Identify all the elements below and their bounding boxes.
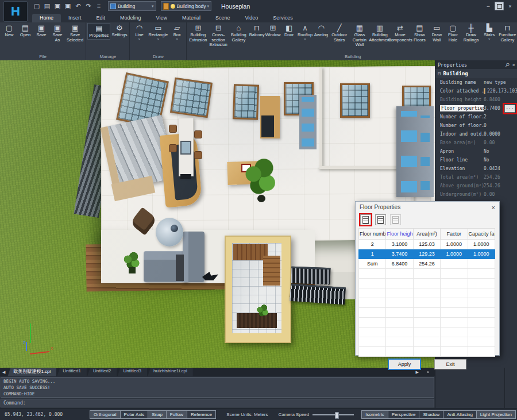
ribbon-item-rectangle[interactable]: ▭Rectangle∨ [147,23,169,41]
minimize-button[interactable]: – [484,2,492,10]
toggle-light-projection[interactable]: Light Projection [476,410,516,419]
table-row[interactable] [359,279,495,288]
slider-thumb[interactable] [335,412,339,419]
tab-view[interactable]: View [149,14,175,22]
property-row[interactable]: Indoor and outd...0.0000 [435,130,517,138]
tab-scroll-left-icon[interactable]: ◀ [0,370,7,375]
ribbon-item-balcony[interactable]: ⊓Balcony [249,23,265,38]
property-row[interactable]: Above ground(m²)254.26 [435,182,517,190]
ribbon-item-cross-section-extrusion[interactable]: ⊟Cross-section Extrusion [209,23,229,48]
command-console[interactable]: BEGIN AUTO SAVING...AUTO SAVE SUCCESS!CO… [1,377,434,398]
close-button[interactable]: × [506,2,514,10]
tab-edit[interactable]: Edit [89,14,113,22]
camera-speed-slider[interactable] [312,414,354,415]
table-row[interactable] [359,318,495,327]
ribbon-item-properties[interactable]: ▤Properties [87,23,110,40]
file-tab[interactable]: Untitled3 [117,368,147,376]
property-row[interactable]: Total area(m²)254.26 [435,173,517,182]
table-row[interactable] [359,347,495,357]
file-tab[interactable]: huizhishine1i.cpi [148,368,193,376]
floor-properties-expand-button[interactable]: ... [504,105,515,113]
toggle-reference[interactable]: Reference [187,410,216,419]
save-button[interactable]: ▣ [53,2,62,10]
property-row[interactable]: Underground(m²)0.00 [435,190,517,199]
building-body-dropdown[interactable]: Building body ▾ [161,1,212,11]
add-floor-button[interactable] [375,214,386,225]
file-tab[interactable]: Untitled1 [57,368,87,376]
exit-button[interactable]: Exit [434,359,466,369]
ribbon-item-draw-railings[interactable]: ╫Draw Railings [461,23,481,43]
ribbon-item-building-attachment[interactable]: ▥Building Attachment [370,23,390,43]
ribbon-item-floor-hole[interactable]: ▢Floor Hole [445,23,461,43]
command-input[interactable]: Command: [1,399,434,407]
toggle-polar-axis[interactable]: Polar Axis [120,410,149,419]
layers-button[interactable]: ≡ [94,2,103,10]
table-row[interactable]: Sum6.8400254.26 [359,259,495,269]
undo-button[interactable]: ↶ [74,2,83,10]
close-icon[interactable]: × [512,62,515,68]
table-row[interactable] [359,288,495,298]
ribbon-item-building-gallery[interactable]: ⌂Building Gallery [229,23,249,43]
toggle-snap[interactable]: Snap [148,410,167,419]
ribbon-item-line[interactable]: ◠Line∨ [131,23,147,41]
tab-services[interactable]: Services [265,14,300,22]
property-row[interactable]: Floor properties3.7400... [435,104,517,113]
property-row[interactable]: Number of floor...2 [435,113,517,121]
toggle-shadow[interactable]: Shadow [419,410,443,419]
table-row[interactable] [359,337,495,347]
layer-dropdown[interactable]: Building ▾ [108,1,156,11]
property-row[interactable]: Elevation0.0424 [435,164,517,173]
ribbon-item-door[interactable]: ◧Door [281,23,297,38]
table-row[interactable]: 13.7400129.231.00001.0000 [359,249,495,259]
toggle-isometric[interactable]: Isometric [361,410,388,419]
tab-video[interactable]: Video [237,14,265,22]
property-row[interactable]: Floor lineNo [435,156,517,164]
ribbon-item-save-as[interactable]: ▣Save As [49,23,65,43]
save-all-button[interactable]: ▣ [63,2,72,10]
tab-material[interactable]: Material [175,14,208,22]
ribbon-item-furniture-gallery[interactable]: ⊓Furniture Gallery [497,23,517,43]
dialog-title-bar[interactable]: Floor Properties × [356,202,499,213]
property-row[interactable]: Building height6.8400 [435,95,517,104]
table-row[interactable] [359,298,495,308]
ribbon-item-box[interactable]: ▱Box∨ [169,23,185,41]
ribbon-item-glass-curtain-wall[interactable]: ▦Glass Curtain Wall [349,23,369,48]
table-row[interactable] [359,269,495,279]
toggle-perspective[interactable]: Perspective [388,410,420,419]
ribbon-item-save-selected[interactable]: ▣Save Selected [65,23,84,43]
tab-scene[interactable]: Scene [208,14,238,22]
file-tab[interactable]: 欧美别墅建模1.cpi [7,368,56,376]
property-row[interactable]: ApronNo [435,147,517,156]
ribbon-item-window[interactable]: ⊞Window [265,23,281,38]
redo-button[interactable]: ↷ [84,2,93,10]
ribbon-item-new[interactable]: ▢New [1,23,17,38]
building-section-header[interactable]: ⊟ Building [435,69,517,78]
file-tab[interactable]: Untitled2 [87,368,117,376]
new-button[interactable]: ▢ [32,2,41,10]
ribbon-item-outdoor-stairs[interactable]: ╱Outdoor Stairs [329,23,349,43]
tab-home[interactable]: Home [32,14,61,22]
property-row[interactable]: Base area(m²)0.00 [435,138,517,147]
maximize-button[interactable] [495,2,504,10]
toggle-anti-aliasing[interactable]: Anti-Aliasing [443,410,476,419]
ribbon-item-open[interactable]: ▤Open [17,23,33,38]
ribbon-item-move-components[interactable]: ⇄Move Components [390,23,410,43]
table-row[interactable] [359,327,495,337]
insert-floor-button[interactable] [360,214,371,225]
ribbon-item-awning[interactable]: ◠Awning [313,23,329,38]
property-row[interactable]: Color attached ...220,173,103 [435,87,517,95]
ribbon-item-rooftop[interactable]: ∧Rooftop∨ [297,23,313,41]
toggle-orthogonal[interactable]: Orthogonal [90,410,121,419]
apply-button[interactable]: Apply [388,359,420,369]
property-row[interactable]: Number of floor...0 [435,121,517,130]
tab-modeling[interactable]: Modeling [113,14,149,22]
table-row[interactable] [359,308,495,318]
toggle-follow[interactable]: Follow [166,410,187,419]
ribbon-item-stairs[interactable]: ▙Stairs∨ [481,23,497,41]
open-button[interactable]: ▤ [43,2,52,10]
ribbon-item-draw-wall[interactable]: ▭Draw Wall [429,23,445,43]
ribbon-item-building-extrusion[interactable]: ⊞Building Extrusion [188,23,208,43]
close-icon[interactable]: × [492,204,495,211]
tab-insert[interactable]: Insert [61,14,89,22]
ribbon-item-show-floors[interactable]: ▤Show Floors [410,23,429,43]
